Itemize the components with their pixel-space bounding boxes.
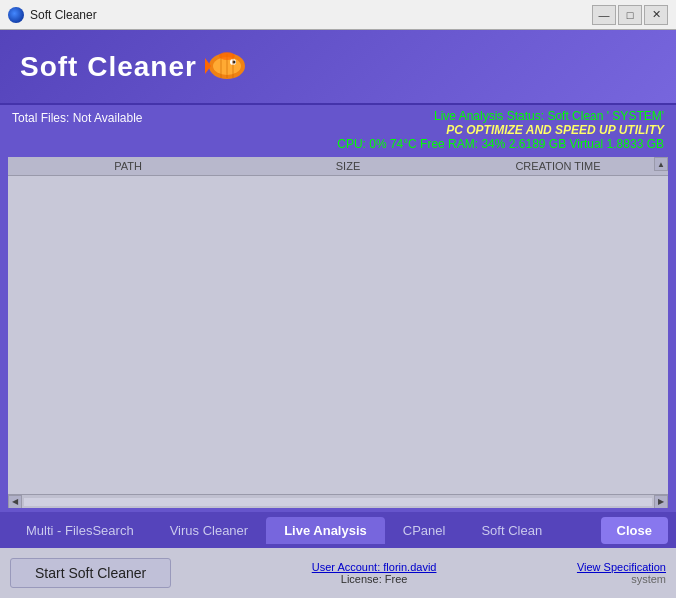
status-area: Total Files: Not Available Live Analysis… [0,105,676,153]
system-label: system [631,573,666,585]
title-bar-left: Soft Cleaner [8,7,97,23]
system-stats: CPU: 0% 74°C Free RAM: 34% 2.6189 GB Vir… [337,137,664,151]
view-specification-link[interactable]: View Specification [577,561,666,573]
user-info-block: User Account: florin.david License: Free [312,561,437,585]
scroll-right-arrow[interactable]: ▶ [654,495,668,509]
license-label: License: Free [312,573,437,585]
tab-soft-clean[interactable]: Soft Clean [463,517,560,544]
live-analysis-status: Live Analysis Status: Soft Clean ' SYSTE… [337,109,664,123]
horizontal-scrollbar[interactable]: ◀ ▶ [8,494,668,508]
tab-cpanel[interactable]: CPanel [385,517,464,544]
tab-live-analysis[interactable]: Live Analysis [266,517,385,544]
minimize-button[interactable]: — [592,5,616,25]
optimize-text: PC OPTIMIZE AND SPEED UP UTILITY [337,123,664,137]
live-status-block: Live Analysis Status: Soft Clean ' SYSTE… [337,109,664,151]
bottom-bar: Start Soft Cleaner User Account: florin.… [0,548,676,598]
title-bar: Soft Cleaner — □ ✕ [0,0,676,30]
tab-multi-filessearch[interactable]: Multi - FilesSearch [8,517,152,544]
col-header-creation: CREATION TIME [448,160,668,172]
total-files-label: Total Files: Not Available [12,109,143,125]
table-body[interactable] [8,176,668,494]
app-logo: Soft Cleaner [20,44,250,89]
app-logo-text: Soft Cleaner [20,51,197,83]
app-icon [8,7,24,23]
bottom-right-block: View Specification system [577,561,666,585]
scroll-left-arrow[interactable]: ◀ [8,495,22,509]
table-header: PATH SIZE CREATION TIME [8,157,668,176]
maximize-button[interactable]: □ [618,5,642,25]
title-bar-text: Soft Cleaner [30,8,97,22]
col-header-size: SIZE [248,160,448,172]
close-window-button[interactable]: ✕ [644,5,668,25]
scroll-up-arrow[interactable]: ▲ [654,157,668,171]
user-account-link[interactable]: User Account: florin.david [312,561,437,573]
user-account-label: User Account: florin.david [312,561,437,573]
svg-marker-4 [205,58,211,74]
app-header: Soft Cleaner [0,30,676,105]
start-soft-cleaner-button[interactable]: Start Soft Cleaner [10,558,171,588]
col-header-path: PATH [8,160,248,172]
tab-virus-cleaner[interactable]: Virus Cleaner [152,517,267,544]
tab-bar: Multi - FilesSearch Virus Cleaner Live A… [0,512,676,548]
close-tab-button[interactable]: Close [601,517,668,544]
title-bar-controls: — □ ✕ [592,5,668,25]
scroll-track[interactable] [24,498,652,506]
svg-point-8 [219,52,235,60]
fish-logo-icon [205,44,250,89]
app-container: Soft Cleaner Total Files: Not Available … [0,30,676,598]
file-table: ▲ PATH SIZE CREATION TIME ◀ ▶ [8,157,668,508]
